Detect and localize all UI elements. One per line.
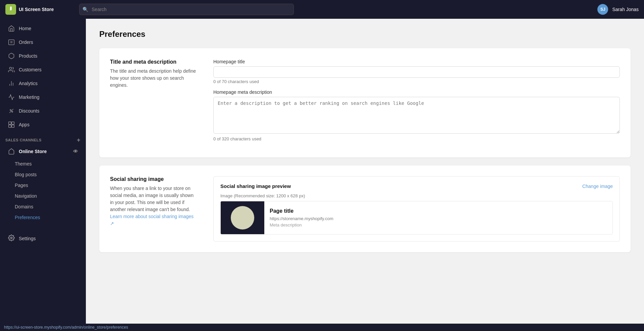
sidebar-label-analytics: Analytics	[19, 81, 38, 86]
change-image-button[interactable]: Change image	[582, 184, 613, 189]
svg-point-8	[12, 111, 13, 112]
status-url: https://ui-screen-store.myshopify.com/ad…	[4, 325, 128, 330]
homepage-title-input[interactable]	[213, 66, 620, 78]
svg-rect-10	[9, 122, 11, 125]
eye-icon[interactable]: 👁	[73, 149, 78, 154]
sidebar-label-customers: Customers	[19, 67, 42, 72]
social-preview-section: Social sharing image preview Change imag…	[213, 176, 620, 242]
homepage-title-label: Homepage title	[213, 59, 620, 64]
preview-page-title: Page title	[270, 208, 607, 214]
title-meta-card: Title and meta description The title and…	[99, 48, 631, 157]
shopify-logo-icon	[5, 4, 16, 15]
svg-point-7	[10, 110, 11, 111]
sidebar-label-apps: Apps	[19, 122, 30, 127]
marketing-icon	[8, 94, 15, 101]
learn-more-link[interactable]: Learn more about social sharing images ↗	[110, 214, 194, 226]
sidebar-item-analytics[interactable]: Analytics	[3, 77, 83, 90]
avatar[interactable]: SJ	[597, 4, 608, 15]
online-store-icon	[8, 148, 15, 155]
sidebar-label-discounts: Discounts	[19, 108, 39, 114]
sales-channels-section: SALES CHANNELS +	[0, 132, 86, 144]
sidebar: Home Orders Products Customers Analytics	[0, 19, 86, 324]
sidebar-label-orders: Orders	[19, 40, 33, 45]
preview-meta-desc: Meta description	[270, 222, 607, 227]
sidebar-item-customers[interactable]: Customers	[3, 63, 83, 76]
meta-desc-label: Homepage meta description	[213, 89, 620, 95]
section-desc-title-meta: The title and meta description help defi…	[110, 68, 197, 89]
homepage-title-group: Homepage title 0 of 70 characters used	[213, 59, 620, 84]
svg-rect-13	[12, 125, 14, 128]
title-meta-grid: Title and meta description The title and…	[110, 59, 620, 147]
social-grid: Social sharing image When you share a li…	[110, 176, 620, 242]
image-dark-background	[221, 201, 264, 234]
meta-desc-group: Homepage meta description 0 of 320 chara…	[213, 89, 620, 141]
user-name: Sarah Jonas	[612, 7, 639, 12]
apps-icon	[8, 121, 15, 128]
sales-channels-label: SALES CHANNELS	[5, 138, 42, 142]
sidebar-sub-item-domains[interactable]: Domains	[0, 201, 86, 212]
preview-url: https://storename.myshopify.com	[270, 216, 607, 221]
topbar: UI Screen Store 🔍 SJ Sarah Jonas	[0, 0, 644, 19]
status-bar: https://ui-screen-store.myshopify.com/ad…	[0, 324, 644, 331]
preview-image-circle	[231, 206, 254, 229]
sidebar-sub-item-blog-posts[interactable]: Blog posts	[0, 169, 86, 180]
topbar-right: SJ Sarah Jonas	[597, 4, 639, 15]
sidebar-label-marketing: Marketing	[19, 94, 39, 100]
store-name: UI Screen Store	[19, 7, 54, 12]
image-label: Image (Recommended size: 1200 x 628 px)	[220, 193, 613, 198]
logo: UI Screen Store	[5, 4, 54, 15]
products-icon	[8, 53, 15, 59]
section-desc-social: When you share a link to your store on s…	[110, 185, 197, 227]
meta-desc-textarea[interactable]	[213, 97, 620, 134]
sidebar-sub-item-pages[interactable]: Pages	[0, 180, 86, 191]
sidebar-label-settings: Settings	[19, 236, 36, 241]
customers-icon	[8, 66, 15, 73]
meta-char-count: 0 of 320 characters used	[213, 136, 620, 141]
svg-rect-0	[9, 40, 14, 45]
sidebar-item-apps[interactable]: Apps	[3, 118, 83, 131]
sidebar-label-home: Home	[19, 26, 31, 31]
sidebar-label-online-store: Online Store	[19, 149, 47, 154]
section-heading-title-meta: Title and meta description	[110, 59, 197, 65]
search-input[interactable]	[79, 4, 294, 15]
svg-point-3	[9, 67, 12, 70]
home-icon	[8, 25, 15, 32]
title-meta-form: Homepage title 0 of 70 characters used H…	[213, 59, 620, 147]
sidebar-item-discounts[interactable]: Discounts	[3, 104, 83, 118]
add-sales-channel-button[interactable]: +	[77, 137, 80, 143]
svg-rect-12	[9, 125, 11, 128]
sidebar-item-home[interactable]: Home	[3, 22, 83, 35]
social-preview-heading: Social sharing image preview	[220, 183, 291, 189]
svg-rect-11	[12, 122, 14, 125]
sidebar-sub-item-preferences[interactable]: Preferences	[0, 212, 86, 223]
search-bar[interactable]: 🔍	[79, 4, 294, 15]
title-meta-description: Title and meta description The title and…	[110, 59, 197, 89]
search-icon: 🔍	[83, 7, 88, 12]
social-sharing-card: Social sharing image When you share a li…	[99, 166, 631, 252]
svg-point-14	[11, 237, 12, 239]
image-preview-box: Page title https://storename.myshopify.c…	[220, 201, 613, 235]
sidebar-item-products[interactable]: Products	[3, 49, 83, 63]
social-card-header: Social sharing image preview Change imag…	[220, 183, 613, 189]
page-title: Preferences	[99, 29, 631, 39]
section-heading-social: Social sharing image	[110, 176, 197, 182]
main-layout: Home Orders Products Customers Analytics	[0, 19, 644, 324]
sidebar-sub-item-themes[interactable]: Themes	[0, 158, 86, 169]
sidebar-item-settings[interactable]: Settings	[3, 231, 83, 246]
sidebar-item-marketing[interactable]: Marketing	[3, 90, 83, 104]
social-description: Social sharing image When you share a li…	[110, 176, 197, 227]
sidebar-sub-item-navigation[interactable]: Navigation	[0, 191, 86, 201]
analytics-icon	[8, 80, 15, 87]
discounts-icon	[8, 108, 15, 114]
sidebar-label-products: Products	[19, 53, 37, 59]
image-text-preview: Page title https://storename.myshopify.c…	[264, 201, 612, 234]
title-char-count: 0 of 70 characters used	[213, 79, 620, 84]
main-content: Preferences Title and meta description T…	[86, 19, 644, 324]
orders-icon	[8, 39, 15, 46]
sidebar-item-orders[interactable]: Orders	[3, 36, 83, 49]
sidebar-item-online-store[interactable]: Online Store 👁	[3, 145, 83, 158]
settings-icon	[8, 235, 15, 242]
